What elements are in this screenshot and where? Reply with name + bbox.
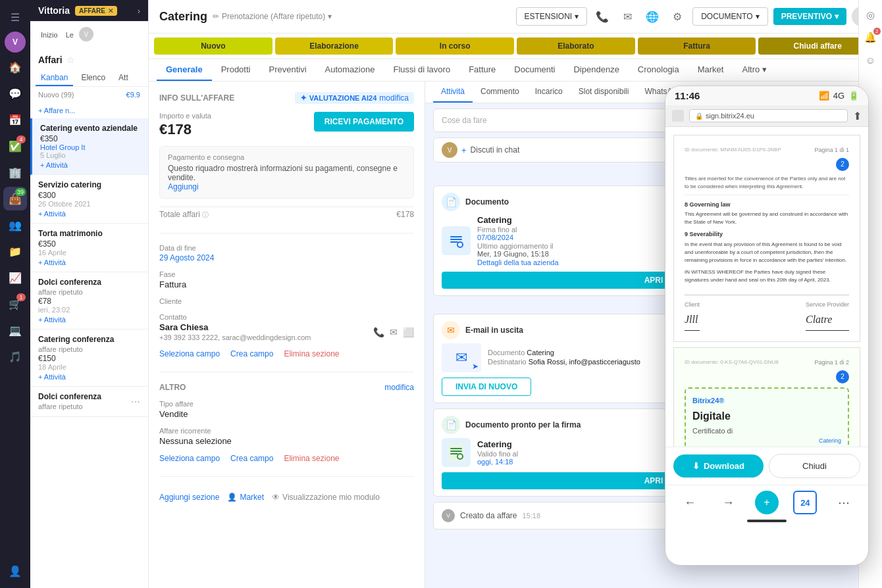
- tab-altro[interactable]: Altro ▾: [733, 59, 775, 81]
- sidebar-circle-icon[interactable]: ◎: [861, 5, 881, 25]
- company-icon[interactable]: 🏢: [3, 160, 27, 184]
- documento-button[interactable]: DOCUMENTO ▾: [692, 7, 767, 26]
- tab-documenti[interactable]: Documenti: [505, 59, 564, 81]
- panel-close-icon[interactable]: ›: [138, 6, 140, 16]
- deal-tag-close[interactable]: ✕: [108, 7, 113, 14]
- analytics-icon[interactable]: 📈: [3, 266, 27, 289]
- share-icon[interactable]: ⬆: [853, 110, 862, 122]
- visualizzazione-link[interactable]: 👁 Visualizzazione mio modulo: [272, 493, 380, 502]
- fase-label: Fase: [159, 270, 414, 278]
- tab-dipendenze[interactable]: Dipendenze: [564, 59, 628, 81]
- phone-contact-icon[interactable]: 📞: [373, 327, 384, 337]
- tab-market[interactable]: Market: [688, 59, 733, 81]
- deals-icon[interactable]: 👜39: [3, 187, 27, 210]
- deal-card-2[interactable]: Torta matrimonio €350 16 Aprile + Attivi…: [30, 224, 148, 272]
- extensions-button[interactable]: ESTENSIONI ▾: [516, 7, 588, 26]
- chiudi-button[interactable]: Chiudi: [769, 454, 860, 478]
- deal-activity-4[interactable]: + Attività: [38, 373, 140, 381]
- tab-prodotti[interactable]: Prodotti: [212, 59, 260, 81]
- stage-elaborato[interactable]: Elaborato: [517, 37, 635, 55]
- tasks-icon[interactable]: ✅4: [3, 134, 27, 158]
- chat-icon[interactable]: 💬: [3, 82, 27, 105]
- add-deal-btn[interactable]: + Affare n...: [30, 103, 148, 118]
- tab-automazione[interactable]: Automazione: [316, 59, 384, 81]
- stage-nuovo[interactable]: Nuovo: [154, 37, 272, 55]
- deal-activity-0[interactable]: + Attività: [40, 161, 140, 169]
- aggiungi-sezione-link[interactable]: Aggiungi sezione: [159, 493, 219, 502]
- music-icon[interactable]: 🎵: [3, 345, 27, 368]
- deal-activity-2[interactable]: + Attività: [38, 258, 140, 266]
- tab-generale[interactable]: Generale: [157, 59, 212, 81]
- sidebar-smile-icon[interactable]: ☺: [861, 50, 881, 70]
- star-icon[interactable]: ☆: [66, 55, 75, 65]
- activity-tab-commento[interactable]: Commento: [473, 82, 527, 103]
- dettagli-link[interactable]: Dettagli della tua azienda: [477, 258, 559, 266]
- activity-tab-incarico[interactable]: Incarico: [527, 82, 571, 103]
- deal-menu-icon[interactable]: ⋯: [131, 397, 140, 407]
- doc-title-3: Catering: [477, 439, 518, 449]
- activity-tab-slot[interactable]: Slot disponibili: [571, 82, 637, 103]
- ai-modifica[interactable]: modifica: [379, 93, 409, 103]
- deal-card-1[interactable]: Servizio catering €300 26 Ottobre 2021 +…: [30, 175, 148, 224]
- preventivo-button[interactable]: PREVENTIVO ▾: [773, 8, 846, 25]
- profile-icon[interactable]: 👤: [3, 559, 27, 583]
- browser-url[interactable]: 🔒 sign.bitrix24.eu: [689, 109, 848, 122]
- deal-card-3[interactable]: Dolci conferenza affare ripetuto €78 ier…: [30, 272, 148, 330]
- view-tab-inizio[interactable]: Inizio: [38, 27, 61, 44]
- altro-modifica[interactable]: modifica: [384, 383, 414, 392]
- elimina-sezione-link[interactable]: Elimina sezione: [284, 349, 339, 358]
- mobile-more-btn[interactable]: ⋯: [832, 491, 856, 514]
- market-link[interactable]: 👤 Market: [227, 493, 264, 502]
- stage-elaborazione[interactable]: Elaborazione: [275, 37, 394, 55]
- files-icon[interactable]: 📁: [3, 239, 27, 263]
- globe-icon[interactable]: 🌐: [642, 7, 662, 26]
- website-icon[interactable]: 💻: [3, 318, 27, 342]
- deal-activity-1[interactable]: + Attività: [38, 210, 140, 218]
- calendar-icon[interactable]: 📅: [3, 108, 27, 132]
- view-tab-att[interactable]: Att: [113, 70, 134, 86]
- tab-fatture[interactable]: Fatture: [459, 59, 505, 81]
- invia-di-nuovo-button[interactable]: INVIA DI NUOVO: [442, 378, 531, 396]
- tab-cronologia[interactable]: Cronologia: [629, 59, 688, 81]
- hamburger-icon[interactable]: ☰: [3, 5, 27, 29]
- firma-date: 07/08/2024: [477, 233, 559, 241]
- crea-campo-2[interactable]: Crea campo: [230, 454, 273, 463]
- seleziona-campo-link[interactable]: Seleziona campo: [159, 349, 220, 358]
- amount-row: Importo e valuta €178 RICEVI PAGAMENTO: [159, 112, 414, 138]
- mobile-forward-btn[interactable]: →: [717, 491, 740, 514]
- seleziona-campo-2[interactable]: Seleziona campo: [159, 454, 220, 463]
- chevron-down-icon-prev: ▾: [835, 12, 839, 21]
- elimina-sezione-2[interactable]: Elimina sezione: [284, 454, 339, 463]
- deal-card-4[interactable]: Catering conferenza affare ripetuto €150…: [30, 330, 148, 387]
- mobile-add-btn[interactable]: +: [755, 491, 779, 514]
- deal-activity-3[interactable]: + Attività: [38, 316, 140, 324]
- deal-card-5[interactable]: Dolci conferenza affare ripetuto ⋯: [30, 387, 148, 417]
- view-tab-le[interactable]: Le: [63, 27, 76, 44]
- tab-flussi[interactable]: Flussi di lavoro: [384, 59, 459, 81]
- mobile-24-btn[interactable]: 24: [793, 491, 817, 514]
- view-tab-kanban[interactable]: Kanban: [36, 70, 73, 86]
- user-avatar[interactable]: V: [5, 32, 26, 53]
- tab-preventivi[interactable]: Preventivi: [259, 59, 315, 81]
- download-button[interactable]: ⬇ Download: [673, 454, 764, 478]
- stage-in-corso[interactable]: In corso: [396, 37, 514, 55]
- view-tab-elenco[interactable]: Elenco: [76, 70, 111, 86]
- more-contact-icon[interactable]: ⬜: [403, 327, 414, 337]
- mobile-back-btn[interactable]: ←: [678, 491, 702, 514]
- settings-icon[interactable]: ⚙: [667, 7, 687, 26]
- aggiungi-link[interactable]: Aggiungi: [168, 182, 405, 191]
- phone-icon[interactable]: 📞: [592, 7, 612, 26]
- stage-fattura[interactable]: Fattura: [638, 37, 756, 55]
- email-contact-icon[interactable]: ✉: [390, 327, 398, 337]
- store-badge: 1: [16, 293, 26, 301]
- activity-tab-attività[interactable]: Attività: [433, 82, 473, 103]
- home-icon[interactable]: 🏠: [3, 55, 27, 79]
- deal-card-0[interactable]: Catering evento aziendale €350 Hotel Gro…: [30, 118, 148, 175]
- totale-label: Totale affari ⓘ: [159, 210, 209, 220]
- ricevi-pagamento-button[interactable]: RICEVI PAGAMENTO: [314, 112, 414, 132]
- store-icon[interactable]: 🛒1: [3, 292, 27, 316]
- email-icon[interactable]: ✉: [617, 7, 637, 26]
- contacts-icon[interactable]: 👥: [3, 213, 27, 237]
- sidebar-bell-icon[interactable]: 🔔 2: [861, 28, 881, 47]
- crea-campo-link[interactable]: Crea campo: [230, 349, 273, 358]
